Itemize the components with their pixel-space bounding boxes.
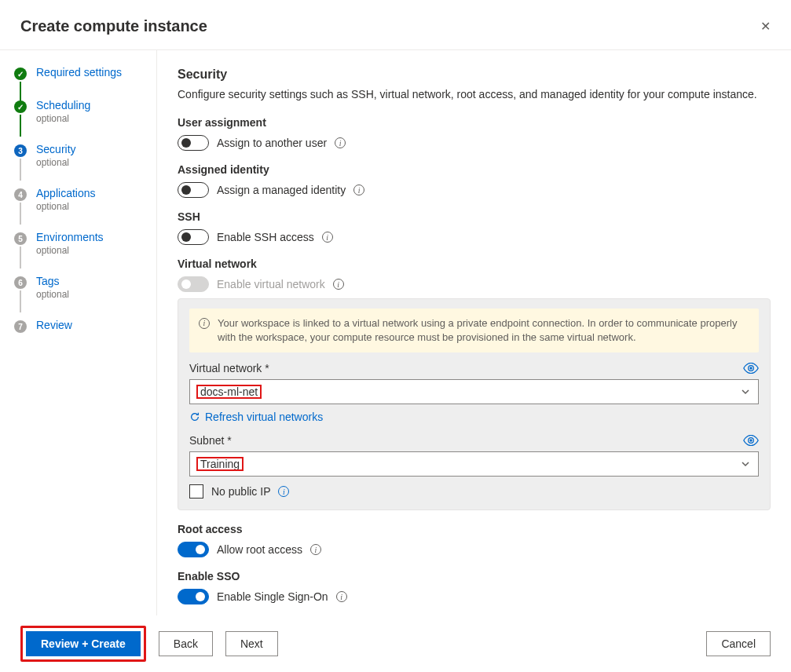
group-enable-sso: Enable SSO	[178, 570, 771, 583]
toggle-label: Enable Single Sign-On	[217, 590, 328, 603]
sidebar-item-label: Security	[36, 143, 76, 155]
group-root-access: Root access	[178, 523, 771, 535]
info-icon[interactable]: i	[322, 232, 333, 243]
sidebar-item-applications[interactable]: 4 Applicationsoptional	[14, 187, 150, 212]
sidebar-item-security[interactable]: 3 Securityoptional	[14, 143, 150, 168]
sidebar-item-scheduling[interactable]: ✓ Schedulingoptional	[14, 99, 150, 124]
sidebar-item-environments[interactable]: 5 Environmentsoptional	[14, 231, 150, 256]
toggle-label: Assign a managed identity	[217, 184, 346, 196]
close-icon[interactable]: ✕	[760, 19, 771, 34]
toggle-sso[interactable]	[178, 589, 209, 604]
page-title: Create compute instance	[20, 17, 207, 35]
section-description: Configure security settings such as SSH,…	[178, 86, 771, 102]
toggle-label: Enable SSH access	[217, 231, 314, 243]
sidebar-item-tags[interactable]: 6 Tagsoptional	[14, 275, 150, 300]
preview-icon[interactable]	[743, 363, 759, 374]
preview-icon[interactable]	[743, 435, 759, 446]
sidebar-item-label: Applications	[36, 187, 96, 199]
refresh-vnet-link[interactable]: Refresh virtual networks	[189, 411, 323, 423]
chevron-down-icon	[741, 459, 750, 469]
info-icon: i	[199, 318, 210, 329]
banner-text: Your workspace is linked to a virtual ne…	[218, 316, 749, 345]
info-icon[interactable]: i	[333, 279, 344, 290]
toggle-assign-another-user[interactable]	[178, 135, 209, 151]
group-ssh: SSH	[178, 210, 771, 223]
toggle-label: Enable virtual network	[217, 278, 325, 290]
sidebar-item-label: Tags	[36, 275, 69, 287]
info-icon[interactable]: i	[310, 544, 321, 555]
step-badge: 4	[14, 188, 27, 201]
chevron-down-icon	[741, 387, 750, 396]
check-icon: ✓	[14, 68, 27, 80]
connector	[20, 247, 21, 268]
sidebar-item-label: Review	[36, 319, 72, 331]
toggle-virtual-network	[178, 276, 209, 292]
connector	[20, 203, 21, 225]
vnet-field-label: Virtual network	[189, 362, 269, 374]
toggle-managed-identity[interactable]	[178, 182, 209, 198]
toggle-label: Allow root access	[217, 543, 302, 556]
sidebar-item-review[interactable]: 7 Review	[14, 319, 150, 333]
next-button[interactable]: Next	[225, 631, 278, 656]
step-badge: 3	[14, 144, 27, 157]
info-icon[interactable]: i	[336, 591, 347, 602]
check-icon: ✓	[14, 100, 27, 113]
highlight-frame: Review + Create	[20, 626, 146, 662]
connector	[20, 290, 21, 312]
sidebar-item-label: Environments	[36, 231, 104, 243]
refresh-icon	[189, 411, 200, 422]
subnet-select[interactable]: Training	[189, 451, 759, 477]
subnet-value: Training	[197, 458, 243, 470]
step-badge: 7	[14, 320, 27, 333]
virtual-network-panel: i Your workspace is linked to a virtual …	[178, 298, 771, 510]
svg-point-1	[749, 439, 752, 441]
review-create-button[interactable]: Review + Create	[26, 631, 141, 656]
no-public-ip-checkbox[interactable]	[189, 484, 203, 499]
vnet-warning-banner: i Your workspace is linked to a virtual …	[189, 309, 759, 352]
section-heading: Security	[178, 68, 771, 82]
vnet-select[interactable]: docs-ml-net	[189, 379, 759, 404]
toggle-ssh-access[interactable]	[178, 229, 209, 245]
wizard-sidebar: ✓ Required settings ✓ Schedulingoptional…	[0, 50, 157, 615]
step-badge: 6	[14, 276, 27, 289]
toggle-root-access[interactable]	[178, 542, 209, 557]
sidebar-item-label: Scheduling	[36, 99, 90, 111]
no-public-ip-label: No public IP	[211, 485, 270, 498]
connector	[20, 115, 21, 137]
info-icon[interactable]: i	[335, 137, 346, 148]
group-assigned-identity: Assigned identity	[178, 163, 771, 176]
sidebar-item-required-settings[interactable]: ✓ Required settings	[14, 66, 150, 80]
footer-bar: Review + Create Back Next Cancel	[0, 615, 791, 670]
toggle-label: Assign to another user	[217, 137, 327, 149]
back-button[interactable]: Back	[159, 631, 213, 656]
svg-point-0	[749, 367, 752, 369]
group-user-assignment: User assignment	[178, 116, 771, 129]
step-badge: 5	[14, 232, 27, 245]
connector	[20, 159, 21, 181]
subnet-field-label: Subnet	[189, 434, 232, 447]
cancel-button[interactable]: Cancel	[706, 631, 771, 656]
info-icon[interactable]: i	[278, 486, 289, 497]
sidebar-item-label: Required settings	[36, 66, 122, 79]
group-virtual-network: Virtual network	[178, 257, 771, 270]
info-icon[interactable]: i	[353, 184, 364, 195]
vnet-value: docs-ml-net	[197, 385, 261, 398]
